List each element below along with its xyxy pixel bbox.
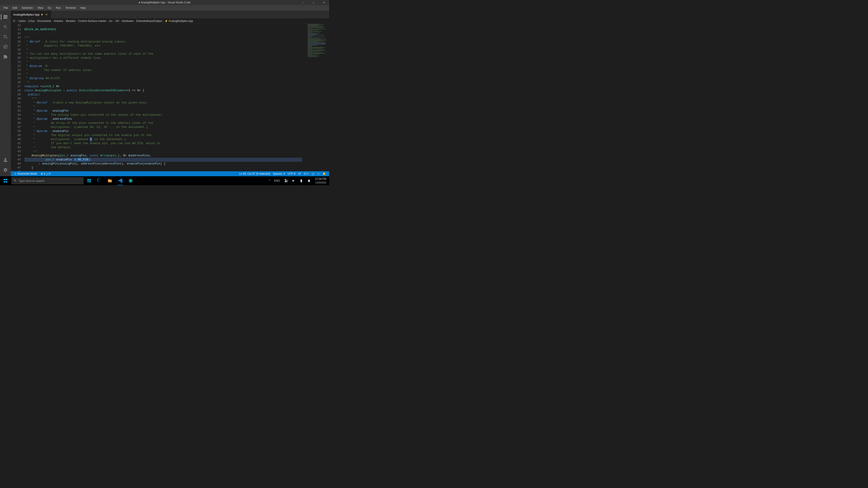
- tray-eng-label: ENG: [274, 179, 280, 182]
- breadcrumb-control-surface[interactable]: Control-Surface-master: [78, 20, 106, 23]
- status-encoding[interactable]: UTF-8: [286, 171, 297, 176]
- activity-settings[interactable]: [1, 165, 10, 174]
- breadcrumb-arduino[interactable]: Arduino: [54, 20, 63, 23]
- taskbar-search-placeholder: Type here to search: [19, 179, 44, 183]
- code-line: */: [24, 80, 302, 85]
- menu-selection[interactable]: Selection: [20, 6, 35, 10]
- taskbar-app-fileexplorer[interactable]: [105, 176, 115, 185]
- code-line: : analogPin(analogPin), addressPins(addr…: [24, 162, 302, 166]
- taskbar-app-arduino[interactable]: ∞: [126, 176, 135, 185]
- menu-help[interactable]: Help: [79, 6, 88, 10]
- status-eol[interactable]: LF: [297, 171, 303, 176]
- activity-explorer[interactable]: [1, 12, 10, 22]
- line-numbers: 12 13 14 15 16 17 18 19 20 21 22 23 24 2…: [11, 24, 23, 171]
- tray-show-hidden[interactable]: ^: [267, 176, 272, 185]
- code-line: /**: [24, 97, 302, 101]
- breadcrumb-src[interactable]: src: [109, 20, 113, 23]
- svg-rect-3: [89, 181, 91, 183]
- status-restricted-mode[interactable]: ⚠ Restricted Mode: [13, 171, 38, 176]
- code-line: *: [24, 48, 302, 52]
- code-line: [24, 170, 302, 171]
- code-editor[interactable]: 12 13 14 15 16 17 18 19 20 21 22 23 24 2…: [11, 24, 329, 171]
- system-clock: 12:58 PM 12/3/2022: [315, 177, 327, 184]
- maximize-button[interactable]: □: [308, 0, 319, 5]
- taskbar-search[interactable]: Type here to search: [11, 177, 84, 184]
- status-bar: ⚠ Restricted Mode ⊗ 0 △ 0 Ln 45, Col 37 …: [11, 171, 329, 176]
- menu-edit[interactable]: Edit: [11, 6, 19, 10]
- clock-time: 12:58 PM: [315, 177, 327, 181]
- activity-account[interactable]: [1, 156, 10, 164]
- tab-bar: AnalogMultiplex.hpp ● ✕: [11, 11, 329, 19]
- tray-eng[interactable]: ENG: [272, 176, 282, 185]
- main-area: AnalogMultiplex.hpp ● ✕ C: › Users › Cri…: [0, 11, 329, 176]
- status-feedback[interactable]: ☺: [316, 171, 321, 176]
- code-line: * An array of the pins connected to the …: [24, 121, 302, 125]
- tab-analog-multiplex[interactable]: AnalogMultiplex.hpp ● ✕: [11, 11, 51, 18]
- restricted-mode-label: Restricted Mode: [18, 172, 37, 175]
- taskbar-app-vscode[interactable]: [115, 176, 125, 185]
- position-label: Ln 45, Col 37 (8 selected): [239, 172, 270, 175]
- menu-file[interactable]: File: [2, 6, 10, 10]
- breadcrumb-libraries[interactable]: libraries: [66, 20, 75, 23]
- code-line: * @ingroup AH_ExtIO: [24, 76, 302, 80]
- taskbar-app-edge[interactable]: [94, 176, 104, 185]
- tray-network[interactable]: [282, 176, 289, 185]
- tray-clock[interactable]: 12:58 PM 12/3/2022: [313, 176, 328, 185]
- taskbar-app-explorer[interactable]: [84, 176, 94, 185]
- activity-extensions[interactable]: [1, 52, 10, 61]
- feedback-icon: ☺: [317, 172, 320, 175]
- editor-area: AnalogMultiplex.hpp ● ✕ C: › Users › Cri…: [11, 11, 329, 176]
- start-button[interactable]: [1, 176, 10, 185]
- tab-close-button[interactable]: ✕: [44, 12, 49, 17]
- code-line: * You can use many multiplexers on the s…: [24, 52, 302, 56]
- menu-run[interactable]: Run: [54, 6, 63, 10]
- code-line: *: [24, 60, 302, 64]
- code-line: */: [24, 150, 302, 154]
- svg-rect-2: [88, 181, 89, 183]
- breadcrumb-extended[interactable]: ExtendedInputOutput: [136, 20, 162, 23]
- menu-terminal[interactable]: Terminal: [64, 6, 77, 10]
- tab-modified-dot: ●: [41, 12, 43, 17]
- code-line: * @tparam N: [24, 64, 302, 68]
- code-content[interactable]: BEGIN_AH_NAMESPACE /** * @brief A class …: [23, 24, 307, 171]
- code-line: *: [24, 72, 302, 76]
- code-line: * Supports 74HC4067, 74HC4051, etc.: [24, 44, 302, 48]
- status-format[interactable]: { }: [310, 171, 315, 176]
- breadcrumb-users[interactable]: Users: [19, 20, 26, 23]
- code-line: template <uint8_t N>: [24, 85, 302, 89]
- breadcrumb-c[interactable]: C:: [13, 20, 16, 23]
- activity-source-control[interactable]: [1, 32, 10, 41]
- code-line: BEGIN_AH_NAMESPACE: [24, 28, 302, 32]
- close-button[interactable]: ✕: [319, 0, 329, 5]
- minimize-button[interactable]: ─: [298, 0, 308, 5]
- status-errors[interactable]: ⊗ 0 △ 0: [39, 171, 52, 176]
- breadcrumb-ah[interactable]: AH: [115, 20, 119, 23]
- breadcrumb-file: ⚡ AnalogMultiplex.hpp: [164, 20, 193, 23]
- breadcrumb-crius[interactable]: Crius: [28, 20, 35, 23]
- breadcrumb-hardware[interactable]: Hardware: [122, 20, 133, 23]
- tray-battery-icon: [300, 179, 303, 183]
- taskbar-fileexplorer-icon: [107, 178, 112, 183]
- code-line: * @brief Create a new AnalogMultiplex ob…: [24, 101, 302, 105]
- menu-go[interactable]: Go: [46, 6, 53, 10]
- tray-volume[interactable]: [290, 176, 297, 185]
- status-bell[interactable]: 🔔: [321, 171, 327, 176]
- breadcrumb-documents[interactable]: Documents: [37, 20, 51, 23]
- tray-notification[interactable]: [305, 176, 313, 185]
- status-position[interactable]: Ln 45, Col 37 (8 selected): [238, 171, 272, 176]
- activity-bar-bottom: [1, 156, 10, 174]
- taskbar-explorer-icon: [87, 178, 91, 183]
- code-line: * @param addressPins: [24, 117, 302, 121]
- status-spaces[interactable]: Spaces: 4: [272, 171, 286, 176]
- tray-battery[interactable]: [298, 176, 305, 185]
- activity-run-debug[interactable]: [1, 42, 10, 51]
- eol-label: LF: [298, 172, 301, 175]
- status-language[interactable]: C++: [303, 171, 311, 176]
- activity-bar: [0, 11, 11, 176]
- svg-text:∞: ∞: [130, 180, 131, 182]
- activity-search[interactable]: [1, 22, 10, 31]
- code-line: * multiplexer. (Labeled E in the datashe…: [24, 137, 302, 141]
- menu-view[interactable]: View: [35, 6, 45, 10]
- title-bar-text: ● AnalogMultiplex.hpp - Visual Studio Co…: [138, 1, 191, 4]
- code-line: public:: [24, 93, 302, 97]
